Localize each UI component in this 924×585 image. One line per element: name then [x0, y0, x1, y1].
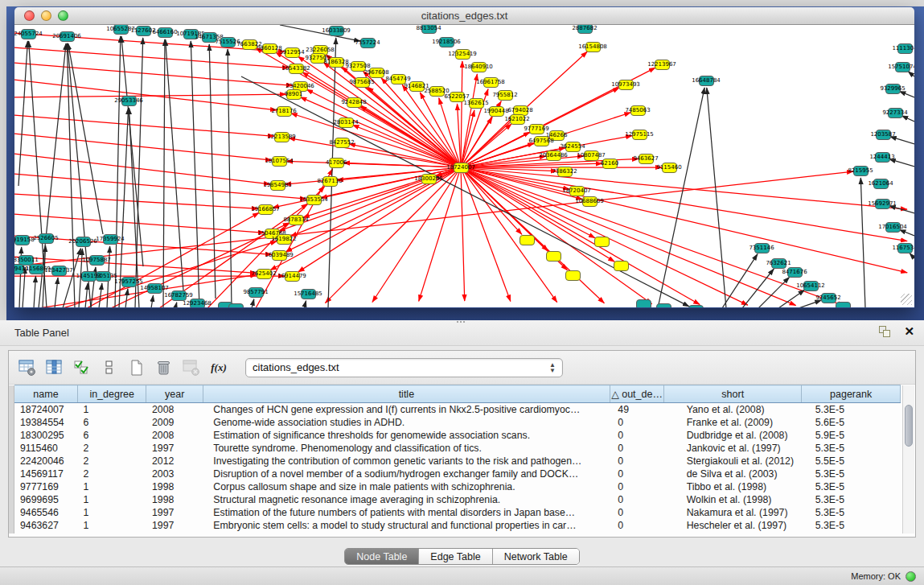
- selected-node[interactable]: 2967608: [369, 68, 384, 78]
- edge[interactable]: [707, 88, 726, 307]
- cell[interactable]: 1998: [146, 480, 203, 493]
- network-view-window[interactable]: citations_edges.txt 24055724206914061065…: [14, 7, 914, 308]
- column-header-title[interactable]: title: [203, 385, 610, 403]
- selected-node[interactable]: 417006: [329, 158, 344, 168]
- table-row[interactable]: 1456911722003Disruption of a novel membe…: [14, 468, 901, 480]
- selected-edge[interactable]: [461, 167, 796, 306]
- selected-node[interactable]: 9777169: [529, 124, 544, 134]
- selected-node[interactable]: 2718176: [277, 106, 292, 117]
- node[interactable]: 1919158: [14, 235, 30, 245]
- selected-edge[interactable]: [461, 167, 465, 301]
- selected-node[interactable]: 18300295: [421, 174, 437, 184]
- node[interactable]: 9329965: [885, 84, 901, 94]
- edge[interactable]: [658, 88, 704, 307]
- cell[interactable]: Genome-wide association studies in ADHD.: [203, 416, 610, 429]
- cell[interactable]: 18724007: [14, 403, 77, 416]
- selected-node[interactable]: 7663822: [242, 39, 257, 50]
- node[interactable]: 15751074: [895, 62, 910, 72]
- cell[interactable]: 2: [77, 455, 146, 468]
- table-settings-icon[interactable]: [15, 356, 39, 380]
- cell[interactable]: 1: [77, 480, 146, 493]
- node[interactable]: 19218506: [439, 37, 454, 47]
- cell[interactable]: 2: [77, 468, 146, 480]
- selected-node[interactable]: 9875685: [355, 77, 370, 88]
- cell[interactable]: Yano et al. (2008): [664, 403, 802, 416]
- node[interactable]: [836, 302, 851, 308]
- cell[interactable]: 2008: [146, 403, 203, 416]
- cell[interactable]: Stergiakouli et al. (2012): [664, 455, 802, 468]
- cell[interactable]: 5.3E-5: [802, 480, 901, 493]
- splitter-handle[interactable]: [457, 321, 466, 324]
- node[interactable]: 17957255: [121, 277, 137, 287]
- selected-node[interactable]: [614, 261, 629, 271]
- node[interactable]: 29053346: [121, 96, 137, 106]
- node[interactable]: 1244413: [875, 152, 890, 163]
- cell[interactable]: 0: [610, 442, 663, 455]
- selected-node[interactable]: 6497568: [534, 136, 549, 146]
- column-header-short[interactable]: short: [664, 385, 802, 403]
- cell[interactable]: Franke et al. (2009): [664, 416, 802, 429]
- cell[interactable]: 5.3E-5: [802, 403, 901, 416]
- node[interactable]: 9857791: [248, 287, 264, 298]
- node[interactable]: 7632621: [771, 258, 786, 269]
- node[interactable]: 1203587: [876, 130, 891, 140]
- cell[interactable]: Investigating the contribution of common…: [203, 455, 610, 468]
- table-row[interactable]: 977716911998Corpus callosum shape and si…: [14, 480, 901, 493]
- edge[interactable]: [304, 301, 306, 307]
- cell[interactable]: 5.3E-5: [802, 519, 901, 532]
- selected-node[interactable]: 18640910: [471, 62, 487, 72]
- node[interactable]: 7351146: [754, 243, 770, 253]
- selected-node[interactable]: 9463627: [639, 154, 654, 164]
- selected-node[interactable]: [594, 237, 610, 247]
- node[interactable]: 14958107: [147, 283, 162, 294]
- node[interactable]: 17016504: [885, 222, 901, 233]
- table-row[interactable]: 1830029562008Estimation of significance …: [14, 429, 901, 442]
- node[interactable]: 6466160: [158, 27, 173, 38]
- close-panel-icon[interactable]: ✕: [904, 324, 914, 339]
- cell[interactable]: 19384554: [14, 416, 77, 429]
- cell[interactable]: 5.6E-5: [802, 416, 901, 429]
- selected-node[interactable]: 10973493: [618, 80, 634, 90]
- window-titlebar[interactable]: citations_edges.txt: [14, 7, 914, 25]
- selected-node[interactable]: 19854985: [270, 180, 285, 191]
- selected-edge[interactable]: [14, 134, 272, 160]
- column-header-pagerank[interactable]: pagerank: [802, 385, 901, 403]
- selected-edge[interactable]: [14, 115, 274, 136]
- selected-node[interactable]: 7386322: [557, 167, 573, 177]
- cell[interactable]: 5.3E-5: [802, 506, 901, 519]
- cell[interactable]: 1998: [146, 493, 203, 506]
- row-tools-icon[interactable]: [97, 356, 121, 380]
- selected-edge[interactable]: [325, 167, 461, 303]
- cell[interactable]: 6: [77, 416, 146, 429]
- selected-node[interactable]: 8267130: [322, 176, 338, 187]
- tab-node-table[interactable]: Node Table: [345, 549, 418, 564]
- node[interactable]: 16648784: [699, 76, 714, 86]
- node[interactable]: 10975887: [89, 255, 105, 266]
- node[interactable]: 1621064: [873, 179, 889, 189]
- selected-edge[interactable]: [360, 106, 461, 167]
- node[interactable]: 2887682: [577, 25, 593, 34]
- edge[interactable]: [778, 290, 805, 307]
- selected-edge[interactable]: [461, 167, 907, 241]
- cell[interactable]: 2009: [146, 416, 203, 429]
- cell[interactable]: 1: [77, 493, 146, 506]
- network-canvas[interactable]: 2405572420691406106552871527602646616010…: [14, 25, 914, 307]
- cell[interactable]: 9465546: [14, 506, 77, 519]
- selected-node[interactable]: 8878334: [289, 215, 304, 225]
- float-panel-icon[interactable]: [879, 326, 892, 339]
- selected-node[interactable]: 7625402: [257, 269, 272, 279]
- selected-node[interactable]: 8427552: [335, 138, 350, 148]
- node[interactable]: 1111304: [897, 43, 913, 54]
- table-scrollbar[interactable]: [902, 385, 914, 534]
- cell[interactable]: Corpus callosum shape and size in male p…: [203, 480, 610, 493]
- node[interactable]: 1145193: [81, 271, 97, 282]
- selected-node[interactable]: 10688609: [582, 196, 598, 207]
- node[interactable]: 9227334: [888, 108, 903, 118]
- selected-edge[interactable]: [461, 167, 652, 304]
- selected-node[interactable]: 9860128: [262, 43, 277, 54]
- zoom-window-button[interactable]: [58, 10, 68, 21]
- selected-node[interactable]: 98901: [286, 89, 302, 100]
- cell[interactable]: Hescheler et al. (1997): [664, 519, 802, 532]
- cell[interactable]: 5.5E-5: [802, 455, 901, 468]
- selected-edge[interactable]: [461, 167, 844, 306]
